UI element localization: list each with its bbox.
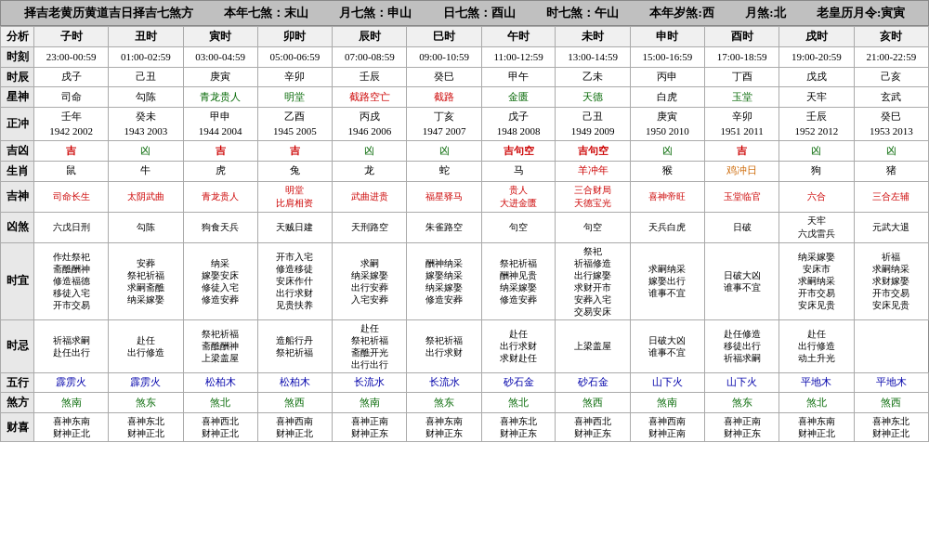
cell-5-0: 鼠 <box>34 161 109 181</box>
cell-2-8: 白虎 <box>630 87 704 108</box>
cell-9-9: 赴任修造 移徒出行 祈福求嗣 <box>705 319 779 372</box>
cell-9-10: 赴任 出行修造 动土升光 <box>779 319 854 372</box>
cell-3-5: 丁亥 1947 2007 <box>407 108 481 141</box>
cell-3-6: 戊子 1948 2008 <box>481 108 556 141</box>
col-zi: 子时 <box>34 27 109 47</box>
cell-9-0: 祈福求嗣 赴任出行 <box>34 319 109 372</box>
cell-1-10: 戊戌 <box>779 67 854 87</box>
cell-9-4: 赴任 祭祀祈福 斋醮开光 出行出行 <box>333 319 407 372</box>
col-fenxi: 分析 <box>1 27 34 47</box>
col-wei: 未时 <box>556 27 630 47</box>
cell-2-2: 青龙贵人 <box>183 87 257 108</box>
cell-4-2: 吉 <box>183 140 257 161</box>
cell-6-0: 司命长生 <box>34 181 109 212</box>
cell-8-3: 开市入宅 修造移徒 安床作什 出行求财 见贵扶养 <box>257 242 332 319</box>
cell-8-6: 祭祀祈福 酬神见贵 纳采嫁娶 修造安葬 <box>481 242 556 319</box>
header-title: 择吉老黄历黄道吉日择吉七煞方 <box>24 5 193 21</box>
col-chen: 辰时 <box>333 27 407 47</box>
cell-4-5: 凶 <box>407 140 481 161</box>
cell-2-7: 天德 <box>556 87 630 108</box>
cell-8-10: 纳采嫁娶 安床市 求嗣纳采 开市交易 安床见贵 <box>779 242 854 319</box>
cell-1-8: 丙申 <box>630 67 704 87</box>
cell-3-8: 庚寅 1950 2010 <box>630 108 704 141</box>
header-item-6: 月煞:北 <box>745 5 785 21</box>
cell-6-6: 贵人 大进金匮 <box>481 181 556 212</box>
cell-5-1: 牛 <box>109 161 183 181</box>
cell-7-7: 句空 <box>556 212 630 242</box>
col-shen: 申时 <box>630 27 704 47</box>
cell-1-0: 戌子 <box>34 67 109 87</box>
main-table: 分析 子时 丑时 寅时 卯时 辰时 巳时 午时 未时 申时 酉时 戌时 亥时 时… <box>0 26 929 442</box>
cell-8-9: 日破大凶 谁事不宜 <box>705 242 779 319</box>
cell-3-1: 癸未 1943 2003 <box>109 108 183 141</box>
cell-4-7: 吉句空 <box>556 140 630 161</box>
cell-1-3: 辛卯 <box>257 67 332 87</box>
col-mao: 卯时 <box>257 27 332 47</box>
cell-5-9: 鸡冲日 <box>705 161 779 181</box>
cell-11-1: 煞东 <box>109 393 183 413</box>
cell-1-1: 己丑 <box>109 67 183 87</box>
cell-6-7: 三合财局 天德宝光 <box>556 181 630 212</box>
header-item-2: 月七煞：申山 <box>339 5 412 21</box>
cell-11-9: 煞东 <box>705 393 779 413</box>
cell-6-1: 太阴武曲 <box>109 181 183 212</box>
row-header-6: 吉神 <box>1 181 34 212</box>
cell-7-6: 句空 <box>481 212 556 242</box>
cell-3-9: 辛卯 1951 2011 <box>705 108 779 141</box>
cell-6-10: 六合 <box>779 181 854 212</box>
cell-4-0: 吉 <box>34 140 109 161</box>
cell-4-4: 凶 <box>333 140 407 161</box>
cell-6-9: 玉堂临官 <box>705 181 779 212</box>
cell-10-5: 长流水 <box>407 372 481 393</box>
cell-2-4: 截路空亡 <box>333 87 407 108</box>
cell-6-5: 福星驿马 <box>407 181 481 212</box>
cell-11-3: 煞西 <box>257 393 332 413</box>
cell-5-11: 猪 <box>854 161 928 181</box>
cell-10-0: 霹雳火 <box>34 372 109 393</box>
cell-7-9: 日破 <box>705 212 779 242</box>
cell-2-6: 金匮 <box>481 87 556 108</box>
cell-6-2: 青龙贵人 <box>183 181 257 212</box>
cell-9-7: 上梁盖屋 <box>556 319 630 372</box>
cell-3-3: 乙酉 1945 2005 <box>257 108 332 141</box>
cell-5-4: 龙 <box>333 161 407 181</box>
cell-5-10: 狗 <box>779 161 854 181</box>
row-header-11: 煞方 <box>1 393 34 413</box>
cell-2-9: 玉堂 <box>705 87 779 108</box>
cell-5-2: 虎 <box>183 161 257 181</box>
cell-12-1: 喜神东北 财神正北 <box>109 413 183 442</box>
cell-0-11: 21:00-22:59 <box>854 46 928 67</box>
cell-0-10: 19:00-20:59 <box>779 46 854 67</box>
cell-5-5: 蛇 <box>407 161 481 181</box>
col-si: 巳时 <box>407 27 481 47</box>
cell-9-5: 祭祀祈福 出行求财 <box>407 319 481 372</box>
cell-12-0: 喜神东南 财神正北 <box>34 413 109 442</box>
cell-4-10: 凶 <box>779 140 854 161</box>
cell-12-11: 喜神东北 财神正北 <box>854 413 928 442</box>
cell-1-9: 丁酉 <box>705 67 779 87</box>
cell-6-3: 明堂 比肩相资 <box>257 181 332 212</box>
cell-2-11: 玄武 <box>854 87 928 108</box>
cell-0-4: 07:00-08:59 <box>333 46 407 67</box>
col-hai: 亥时 <box>854 27 928 47</box>
cell-12-4: 喜神正南 财神正东 <box>333 413 407 442</box>
row-header-9: 时忌 <box>1 319 34 372</box>
row-header-2: 星神 <box>1 87 34 108</box>
cell-6-8: 喜神帝旺 <box>630 181 704 212</box>
cell-3-7: 己丑 1949 2009 <box>556 108 630 141</box>
cell-12-7: 喜神西北 财神正东 <box>556 413 630 442</box>
cell-10-3: 松柏木 <box>257 372 332 393</box>
cell-12-6: 喜神东北 财神正东 <box>481 413 556 442</box>
row-header-1: 时辰 <box>1 67 34 87</box>
cell-8-8: 求嗣纳采 嫁娶出行 谁事不宜 <box>630 242 704 319</box>
cell-11-11: 煞西 <box>854 393 928 413</box>
col-you: 酉时 <box>705 27 779 47</box>
cell-10-9: 山下火 <box>705 372 779 393</box>
row-header-12: 财喜 <box>1 413 34 442</box>
row-header-8: 时宜 <box>1 242 34 319</box>
cell-10-11: 平地木 <box>854 372 928 393</box>
header-item-4: 时七煞：午山 <box>546 5 619 21</box>
col-xu: 戌时 <box>779 27 854 47</box>
cell-5-3: 兔 <box>257 161 332 181</box>
cell-7-5: 朱雀路空 <box>407 212 481 242</box>
